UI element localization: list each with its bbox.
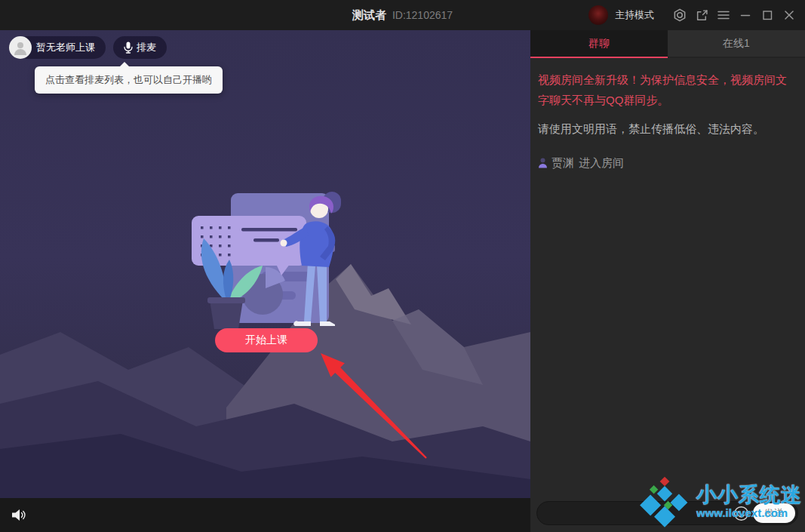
close-icon[interactable] <box>782 8 796 22</box>
event-action: 进入房间 <box>579 156 624 171</box>
stage-control-bar <box>0 498 530 532</box>
room-title: 测试者 <box>352 8 386 23</box>
user-avatar[interactable] <box>588 5 608 25</box>
stage-badges: 暂无老师上课 排麦 <box>9 36 167 59</box>
civility-notice: 请使用文明用语，禁止传播低俗、违法内容。 <box>538 121 797 138</box>
titlebar-controls: 主持模式 <box>588 0 796 30</box>
mic-queue-label: 排麦 <box>137 41 156 54</box>
chat-input[interactable]: 发送 <box>536 501 798 525</box>
send-button[interactable]: 发送 <box>753 503 795 523</box>
start-class-button[interactable]: 开始上课 <box>215 328 318 352</box>
tab-group-chat[interactable]: 群聊 <box>530 30 668 58</box>
room-event: 贾渊 进入房间 <box>538 156 797 171</box>
tab-group-chat-label: 群聊 <box>588 37 610 51</box>
settings-gear-icon[interactable] <box>673 8 687 22</box>
video-stage: 暂无老师上课 排麦 点击查看排麦列表，也可以自己开播哟 <box>0 30 530 532</box>
tab-online-label: 在线1 <box>723 37 750 51</box>
mic-queue-tooltip: 点击查看排麦列表，也可以自己开播哟 <box>35 66 223 94</box>
title-group: 测试者 ID:12102617 <box>352 0 453 30</box>
tooltip-text: 点击查看排麦列表，也可以自己开播哟 <box>45 74 212 85</box>
app-window: 测试者 ID:12102617 主持模式 <box>0 0 805 532</box>
titlebar: 测试者 ID:12102617 主持模式 <box>0 0 805 30</box>
volume-icon[interactable] <box>11 508 27 522</box>
mic-icon <box>124 42 133 54</box>
menu-icon[interactable] <box>717 8 730 22</box>
maximize-icon[interactable] <box>760 8 774 22</box>
system-announcement: 视频房间全新升级！为保护信息安全，视频房间文字聊天不再与QQ群同步。 <box>538 69 797 110</box>
chat-panel: 群聊 在线1 视频房间全新升级！为保护信息安全，视频房间文字聊天不再与QQ群同步… <box>530 30 805 532</box>
emoji-icon[interactable] <box>733 506 749 521</box>
mic-queue-badge[interactable]: 排麦 <box>113 36 167 59</box>
popout-icon[interactable] <box>695 8 708 22</box>
chat-tabs: 群聊 在线1 <box>530 30 805 58</box>
room-id: ID:12102617 <box>392 9 453 21</box>
member-name: 贾渊 <box>552 156 574 171</box>
classroom-illustration <box>187 187 349 331</box>
host-mode-label: 主持模式 <box>615 8 654 22</box>
member-icon <box>538 158 548 168</box>
tab-online[interactable]: 在线1 <box>668 30 805 58</box>
chat-input-row: 发送 <box>536 501 798 525</box>
tooltip-arrow <box>119 62 130 67</box>
teacher-avatar-icon <box>9 36 32 59</box>
minimize-icon[interactable] <box>739 8 752 22</box>
message-list: 视频房间全新升级！为保护信息安全，视频房间文字聊天不再与QQ群同步。 请使用文明… <box>530 58 805 171</box>
